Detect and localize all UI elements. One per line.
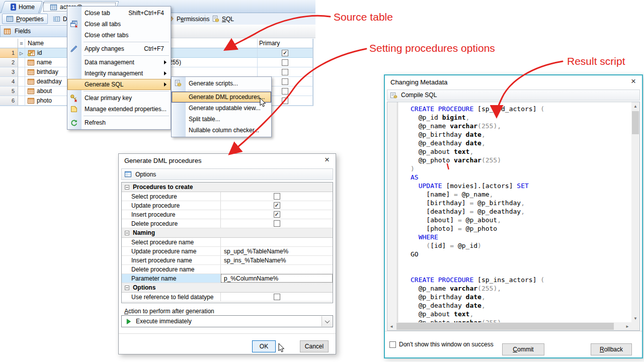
option-group-header[interactable]: Procedures to create: [122, 183, 333, 192]
option-checkbox[interactable]: [274, 294, 280, 300]
primary-checkbox[interactable]: [282, 98, 288, 104]
option-row[interactable]: Select procedure: [122, 192, 333, 201]
submenu-item-generate-scripts[interactable]: Generate scripts...: [172, 78, 271, 89]
scroll-down-icon[interactable]: [631, 314, 639, 322]
field-primary-cell[interactable]: [258, 48, 313, 58]
submenu-item-split-table[interactable]: Split table...: [172, 114, 271, 125]
option-check-cell[interactable]: [221, 219, 333, 228]
cancel-button[interactable]: Cancel: [300, 340, 329, 352]
option-label: Delete procedure name: [122, 265, 221, 274]
vertical-scroll-thumb[interactable]: [632, 111, 639, 134]
option-row[interactable]: Parameter namep_%ColumnName%: [122, 274, 333, 283]
menu-item-refresh[interactable]: Refresh: [67, 117, 171, 128]
action-combo[interactable]: Execute immediately: [121, 315, 333, 327]
option-row[interactable]: Update procedure namesp_upd_%TableName%: [122, 247, 333, 256]
menu-item-clear-primary-key[interactable]: Clear primary key: [67, 93, 171, 104]
menu-item-integrity-management[interactable]: Integrity management: [67, 68, 171, 79]
option-value-cell[interactable]: p_%ColumnName%: [221, 274, 333, 283]
sql-line: @p_photo varchar(255): [411, 156, 631, 164]
option-label: Update procedure: [122, 201, 221, 210]
option-row[interactable]: Update procedure: [122, 201, 333, 210]
primary-checkbox[interactable]: [282, 59, 288, 66]
option-group-header[interactable]: Naming: [122, 228, 333, 238]
metadata-titlebar[interactable]: Changing Metadata: [385, 75, 642, 88]
menu-item-close-other-tabs[interactable]: Close other tabs: [67, 30, 171, 41]
group-header-label: Procedures to create: [133, 184, 193, 191]
option-check-cell[interactable]: [221, 293, 333, 301]
collapse-icon[interactable]: [125, 231, 129, 235]
menu-item-close-all-tabs[interactable]: Close all tabs: [67, 19, 171, 30]
editor-gutter: [387, 102, 397, 322]
option-value-cell[interactable]: sp_upd_%TableName%: [221, 247, 333, 255]
doc-tab-home[interactable]: 1Home: [3, 1, 41, 13]
option-value-cell[interactable]: [221, 238, 333, 246]
option-check-cell[interactable]: [221, 192, 333, 201]
tab-properties[interactable]: Properties: [2, 14, 48, 24]
scroll-up-icon[interactable]: [631, 102, 639, 110]
menu-item-label: Close other tabs: [85, 32, 128, 39]
primary-checkbox[interactable]: [282, 78, 288, 85]
horizontal-scrollbar[interactable]: [387, 322, 631, 330]
primary-checkbox[interactable]: [282, 88, 288, 95]
submenu-item-generate-updatable-view[interactable]: Generate updatable view...: [172, 103, 271, 114]
option-row[interactable]: Use reference to field datatype: [122, 293, 333, 302]
tab-label: Home: [19, 4, 35, 11]
scroll-left-icon[interactable]: [387, 322, 395, 330]
combo-dropdown-button[interactable]: [321, 316, 332, 326]
option-checkbox[interactable]: [274, 193, 280, 200]
vertical-scrollbar[interactable]: [631, 102, 639, 322]
field-table-icon: [27, 87, 35, 95]
option-value-cell[interactable]: [221, 265, 333, 274]
ok-button[interactable]: OK: [252, 340, 276, 352]
option-label: Select procedure: [122, 192, 221, 201]
dont-show-checkbox[interactable]: [389, 341, 396, 348]
option-group-header[interactable]: Options: [122, 283, 333, 293]
menu-item-data-management[interactable]: Data management: [67, 57, 171, 68]
group-header-label: Options: [133, 284, 155, 291]
metadata-toolbar[interactable]: Compile SQL: [387, 89, 640, 101]
horizontal-scroll-thumb[interactable]: [396, 323, 614, 330]
rollback-button[interactable]: Rollback: [591, 343, 632, 355]
field-primary-cell[interactable]: [258, 58, 313, 67]
option-row[interactable]: Insert procedure: [122, 210, 333, 219]
sql-line: @p_deathday date,: [411, 301, 631, 310]
option-row[interactable]: Delete procedure: [122, 219, 333, 228]
dialog-titlebar[interactable]: Generate DML procedures: [119, 154, 336, 167]
option-checkbox[interactable]: [274, 202, 280, 209]
menu-item-label: Refresh: [85, 119, 106, 126]
option-check-cell[interactable]: [221, 210, 333, 219]
menu-item-manage-extended-properties[interactable]: Manage extended properties...: [67, 104, 171, 115]
field-key-icon: [27, 49, 35, 57]
sql-line: UPDATE [movies].[actors] SET: [411, 182, 631, 190]
option-value-cell[interactable]: sp_ins_%TableName%: [221, 256, 333, 264]
group-header-label: Naming: [133, 229, 155, 236]
option-checkbox[interactable]: [274, 211, 280, 218]
primary-column-header[interactable]: Primary: [258, 39, 313, 48]
submenu-item-generate-dml-procedures[interactable]: Generate DML procedures...: [172, 92, 271, 103]
row-number-header: [0, 39, 18, 48]
primary-checkbox[interactable]: [282, 50, 288, 56]
menu-item-close-tab[interactable]: Close tabShift+Ctrl+F4: [67, 8, 171, 19]
option-label: Insert procedure name: [122, 256, 221, 264]
submenu-item-nullable-column-checker[interactable]: Nullable column checker...: [172, 125, 271, 136]
row-number-cell: 4: [0, 77, 18, 86]
option-checkbox[interactable]: [274, 220, 280, 227]
collapse-icon[interactable]: [125, 185, 129, 190]
field-primary-cell[interactable]: [258, 67, 313, 77]
option-check-cell[interactable]: [221, 201, 333, 210]
metadata-close-icon[interactable]: [625, 75, 642, 88]
dont-show-checkbox-row[interactable]: Don't show this window on success: [389, 341, 494, 348]
dialog-close-icon[interactable]: [318, 154, 336, 167]
option-row[interactable]: Delete procedure name: [122, 265, 333, 274]
menu-item-apply-changes[interactable]: Apply changesCtrl+F7: [67, 43, 171, 54]
collapse-icon[interactable]: [125, 286, 129, 290]
primary-checkbox[interactable]: [282, 69, 288, 75]
sql-editor[interactable]: CREATE PROCEDURE [sp_upd_actors] ( @p_id…: [387, 102, 640, 331]
option-row[interactable]: Insert procedure namesp_ins_%TableName%: [122, 256, 333, 265]
commit-button[interactable]: Commit: [502, 343, 544, 355]
scroll-right-icon[interactable]: [623, 322, 631, 330]
sql-line: CREATE PROCEDURE [sp_upd_actors] (: [411, 105, 631, 113]
option-row[interactable]: Select procedure name: [122, 238, 333, 247]
tab-sql[interactable]: SQL: [208, 14, 237, 24]
menu-item-generate-sql[interactable]: Generate SQL: [67, 79, 171, 90]
